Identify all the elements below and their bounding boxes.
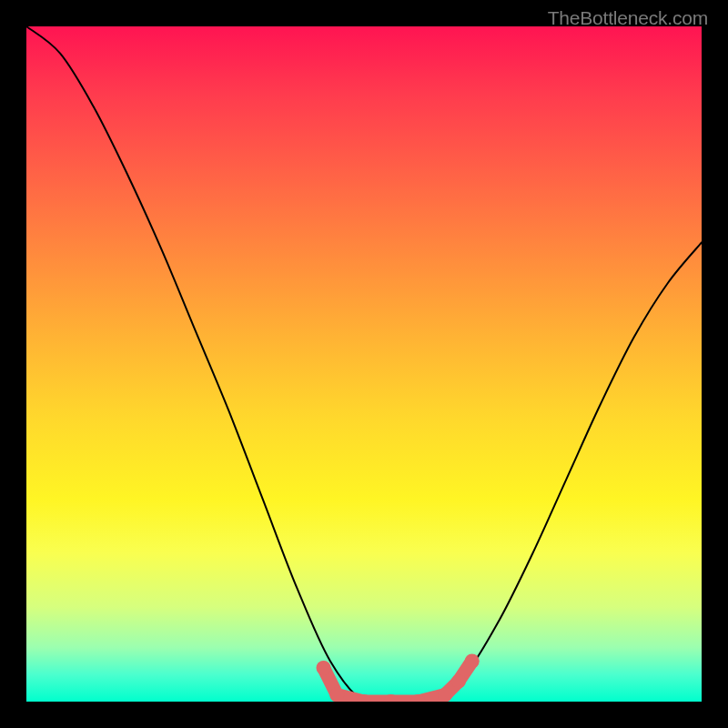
chart-frame: TheBottleneck.com (0, 0, 728, 728)
curve-svg (26, 26, 702, 702)
plot-area (26, 26, 702, 702)
bottleneck-curve (26, 26, 702, 702)
watermark-text: TheBottleneck.com (548, 7, 708, 29)
